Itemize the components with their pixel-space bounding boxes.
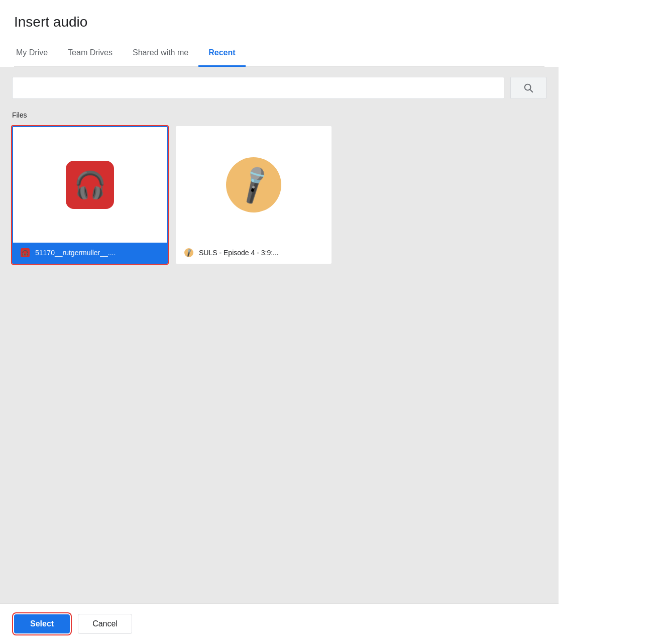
file-name-2: SULS - Episode 4 - 3:9:... [199, 249, 323, 257]
headphone-small-sym: 🎧 [22, 250, 29, 256]
file-card-2[interactable]: 🎤 🎤 SULS - Episode 4 - 3:9:... [176, 126, 332, 264]
mic-circle: 🎤 [226, 157, 281, 212]
files-grid: 🎧 🎧 51170__rutgermuller__.... 🎤 [12, 126, 546, 264]
file-icon-small-1: 🎧 [20, 248, 30, 258]
search-bar [12, 77, 546, 99]
tab-my-drive[interactable]: My Drive [14, 42, 58, 67]
file-footer-1: 🎧 51170__rutgermuller__.... [13, 243, 167, 263]
search-button[interactable] [510, 77, 546, 99]
dialog-header: Insert audio My Drive Team Drives Shared… [0, 0, 559, 67]
file-thumb-2: 🎤 [177, 127, 331, 243]
tab-shared-with-me[interactable]: Shared with me [123, 42, 198, 67]
tabs-bar: My Drive Team Drives Shared with me Rece… [14, 42, 544, 67]
search-input[interactable] [12, 77, 504, 99]
svg-line-1 [530, 89, 532, 92]
headphone-icon-bg: 🎧 [66, 161, 114, 209]
headphone-symbol: 🎧 [74, 172, 106, 198]
insert-audio-dialog: Insert audio My Drive Team Drives Shared… [0, 0, 559, 644]
search-icon [523, 82, 534, 93]
file-thumb-1: 🎧 [13, 127, 167, 243]
file-icon-small-2: 🎤 [184, 248, 194, 258]
files-label: Files [12, 111, 546, 119]
file-footer-2: 🎤 SULS - Episode 4 - 3:9:... [177, 243, 331, 263]
dialog-body: Files 🎧 🎧 51170__rutgermul [0, 67, 559, 603]
file-card-1[interactable]: 🎧 🎧 51170__rutgermuller__.... [12, 126, 168, 264]
select-button[interactable]: Select [14, 614, 70, 633]
tab-recent[interactable]: Recent [198, 42, 245, 67]
mic-symbol: 🎤 [232, 165, 275, 205]
mic-small-sym: 🎤 [184, 248, 194, 257]
tab-team-drives[interactable]: Team Drives [58, 42, 123, 67]
headphone-small-bg: 🎧 [21, 248, 30, 257]
mic-small-circle: 🎤 [184, 248, 193, 257]
cancel-button[interactable]: Cancel [78, 614, 132, 634]
dialog-title: Insert audio [14, 14, 544, 30]
file-name-1: 51170__rutgermuller__.... [35, 249, 160, 257]
dialog-footer: Select Cancel [0, 603, 559, 644]
